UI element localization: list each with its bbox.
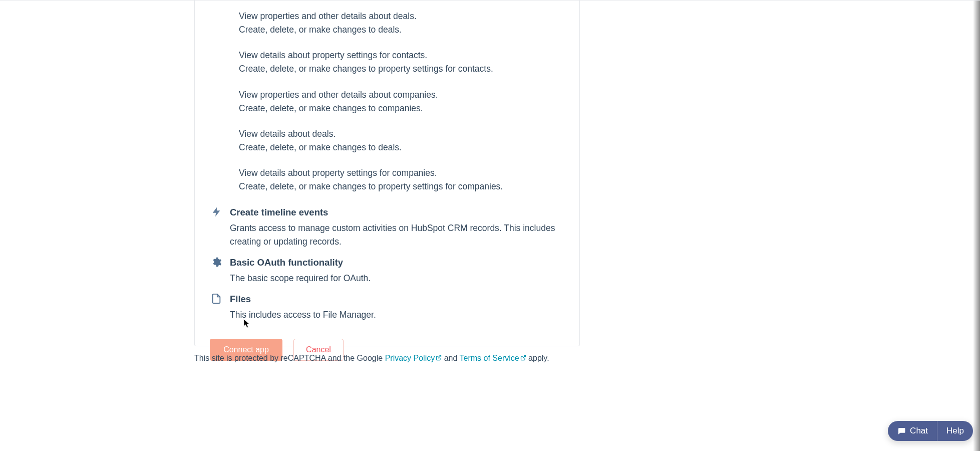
- permission-edit-text: Create, delete, or make changes to deals…: [239, 141, 564, 154]
- permission-view-text: View details about property settings for…: [239, 49, 564, 62]
- permission-view-text: View details about deals.: [239, 127, 564, 141]
- svg-line-0: [438, 356, 441, 359]
- gear-icon: [211, 257, 222, 268]
- permission-group: View properties and other details about …: [239, 10, 564, 37]
- help-widget-group: Chat Help: [888, 421, 973, 441]
- help-label: Help: [946, 426, 964, 436]
- permission-view-text: View properties and other details about …: [239, 88, 564, 102]
- permission-edit-text: Create, delete, or make changes to prope…: [239, 62, 564, 76]
- section-desc: This includes access to File Manager.: [230, 308, 564, 322]
- section-title: Files: [230, 292, 564, 306]
- privacy-policy-link[interactable]: Privacy Policy: [385, 354, 442, 362]
- footer-and: and: [444, 354, 460, 362]
- footer-suffix: apply.: [528, 354, 549, 362]
- chat-label: Chat: [910, 426, 928, 436]
- permission-group: View properties and other details about …: [239, 88, 564, 115]
- permission-group: View details about deals. Create, delete…: [239, 127, 564, 154]
- section-desc: Grants access to manage custom activitie…: [230, 221, 564, 249]
- section-files: Files This includes access to File Manag…: [210, 292, 564, 322]
- permission-edit-text: Create, delete, or make changes to compa…: [239, 102, 564, 115]
- section-title: Create timeline events: [230, 205, 564, 219]
- footer-prefix: This site is protected by reCAPTCHA and …: [194, 354, 385, 362]
- chat-button[interactable]: Chat: [888, 421, 937, 441]
- oauth-consent-card: View properties and other details about …: [194, 1, 580, 346]
- permission-edit-text: Create, delete, or make changes to prope…: [239, 180, 564, 193]
- permission-edit-text: Create, delete, or make changes to deals…: [239, 23, 564, 37]
- window-shadow: [771, 1, 980, 451]
- permission-view-text: View properties and other details about …: [239, 10, 564, 23]
- file-icon: [211, 293, 222, 304]
- lightning-icon: [211, 206, 222, 217]
- help-button[interactable]: Help: [937, 421, 973, 441]
- permission-group: View details about property settings for…: [239, 166, 564, 193]
- chat-icon: [897, 426, 906, 435]
- external-link-icon: [520, 355, 526, 361]
- section-desc: The basic scope required for OAuth.: [230, 272, 564, 285]
- section-timeline: Create timeline events Grants access to …: [210, 205, 564, 249]
- external-link-icon: [436, 355, 442, 361]
- section-oauth: Basic OAuth functionality The basic scop…: [210, 256, 564, 285]
- permission-group: View details about property settings for…: [239, 49, 564, 76]
- permission-list: View properties and other details about …: [239, 10, 564, 193]
- section-title: Basic OAuth functionality: [230, 256, 564, 270]
- terms-of-service-link[interactable]: Terms of Service: [460, 354, 526, 362]
- permission-view-text: View details about property settings for…: [239, 166, 564, 180]
- recaptcha-footer: This site is protected by reCAPTCHA and …: [194, 352, 549, 364]
- svg-line-1: [523, 356, 526, 359]
